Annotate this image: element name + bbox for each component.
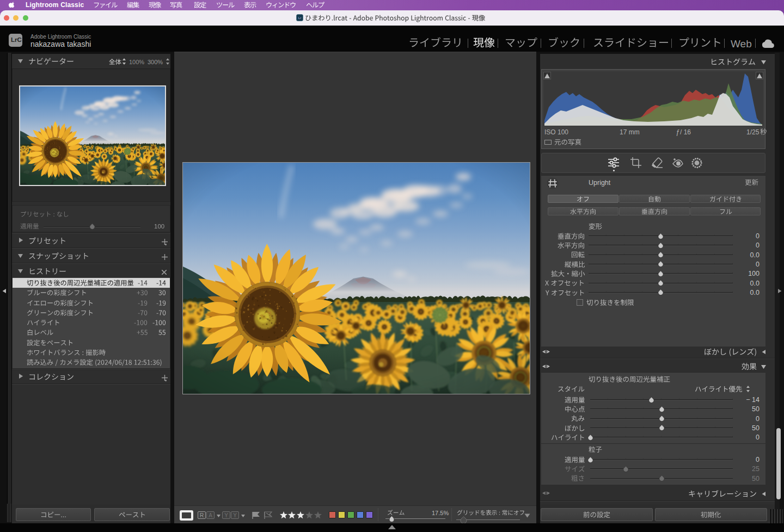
svg-text:Lr: Lr [298,16,301,20]
